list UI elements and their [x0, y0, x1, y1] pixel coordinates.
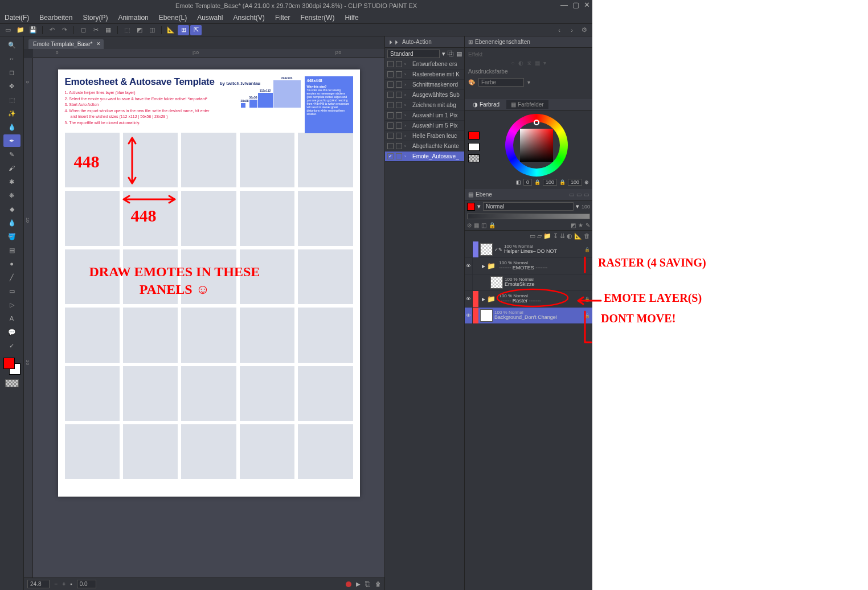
menu-animation[interactable]: Animation	[118, 14, 148, 22]
visibility-toggle[interactable]: 👁	[465, 291, 473, 307]
lock-pixel-icon[interactable]: ▦	[474, 222, 479, 228]
new-raster-icon[interactable]: ▭	[530, 232, 535, 240]
lasso-tool[interactable]: ⬚	[3, 93, 21, 106]
rotation-input[interactable]: 0.0	[77, 580, 96, 588]
transfer-icon[interactable]: ↧	[553, 232, 558, 240]
layers-tab4[interactable]: ▭	[584, 191, 589, 198]
action-box2[interactable]	[396, 122, 402, 129]
action-item[interactable]: ›Helle Fraben leuc	[385, 131, 464, 141]
showsel-button[interactable]: ◫	[146, 25, 158, 35]
trash-icon[interactable]: 🗑	[375, 581, 381, 587]
action-check[interactable]	[387, 102, 394, 108]
color-panel-header[interactable]: ◑ Farbrad ▦ Farbfelder	[465, 99, 592, 110]
layer-color-swatch[interactable]	[467, 203, 475, 211]
action-box2[interactable]	[396, 61, 402, 67]
maximize-button[interactable]: ▢	[572, 1, 579, 9]
menu-edit[interactable]: Bearbeiten	[39, 14, 72, 22]
menu-layer[interactable]: Ebene(L)	[159, 14, 187, 22]
action-check[interactable]	[387, 112, 394, 118]
undo-button[interactable]: ↶	[46, 25, 58, 35]
action-check[interactable]	[387, 143, 394, 149]
transparent-toggle[interactable]	[5, 379, 19, 387]
wand-tool[interactable]: ✨	[3, 107, 21, 120]
layers-tab3[interactable]: ▭	[576, 191, 582, 198]
record-icon[interactable]	[346, 581, 351, 587]
action-item[interactable]: ›Rasterebene mit K	[385, 69, 464, 80]
object-tool[interactable]: ◻	[3, 66, 21, 79]
zoom-slider[interactable]: ▪	[70, 581, 72, 587]
toolbar-next[interactable]: ›	[566, 25, 578, 35]
close-tab-icon[interactable]: ✕	[96, 41, 101, 47]
color-target-icon[interactable]: ⊕	[584, 179, 589, 185]
layer-color-dropdown[interactable]: ▾	[477, 203, 481, 210]
action-check[interactable]	[387, 133, 394, 139]
action-item[interactable]: ›Zeichnen mit abg	[385, 100, 464, 110]
play-icon[interactable]: ▶	[356, 581, 361, 587]
hue-handle[interactable]	[534, 120, 539, 125]
mini-alpha-swatch[interactable]	[468, 154, 480, 162]
fill-button[interactable]: ▦	[103, 25, 114, 35]
new-button[interactable]: ▭	[2, 25, 14, 35]
lock-alpha-icon[interactable]: ◫	[481, 222, 486, 228]
menu-window[interactable]: Fenster(W)	[301, 14, 335, 22]
hsv-toggle[interactable]: ◧	[516, 179, 521, 185]
action-add-icon[interactable]: ⿻	[448, 50, 454, 57]
hand-tool[interactable]: ✥	[3, 80, 21, 92]
zoom-tool[interactable]: 🔍	[3, 39, 21, 51]
color-wheel[interactable]	[505, 114, 568, 177]
pen-tool[interactable]: ✒	[3, 134, 21, 147]
mini-bg-swatch[interactable]	[468, 143, 480, 151]
fill-tool[interactable]: 🪣	[3, 230, 21, 243]
action-check[interactable]	[387, 61, 394, 67]
snap-ruler-button[interactable]: 📐	[165, 25, 177, 35]
ruler-tool[interactable]: ▷	[3, 298, 21, 311]
action-check[interactable]	[387, 92, 394, 98]
color-tab-wheel[interactable]: ◑ Farbrad	[468, 100, 504, 109]
line-tool[interactable]: ╱	[3, 271, 21, 284]
merge-icon[interactable]: ⇊	[560, 232, 565, 240]
border-effect-icon[interactable]: ○	[511, 60, 514, 66]
draft-icon[interactable]: ✎	[586, 222, 590, 228]
layer-props-header[interactable]: ⊞ Ebeneneigenschaften	[465, 36, 592, 48]
action-item[interactable]: ✓›Emote_Autosave_	[385, 151, 464, 162]
balloon-tool[interactable]: 💬	[3, 326, 21, 338]
layers-tab2[interactable]: ▭	[569, 191, 574, 198]
blend-tool[interactable]: 💧	[3, 216, 21, 229]
lock-pos-icon[interactable]: 🔒	[489, 222, 496, 228]
visibility-toggle[interactable]: 👁	[465, 258, 473, 274]
deselect-button[interactable]: ⬚	[121, 25, 133, 35]
clip-icon[interactable]: ◩	[571, 222, 576, 228]
menu-view[interactable]: Ansicht(V)	[234, 14, 265, 22]
fg-color-swatch[interactable]	[3, 358, 15, 369]
action-check[interactable]: ✓	[387, 153, 394, 159]
action-box2[interactable]	[396, 143, 402, 149]
zoom-out-button[interactable]: −	[54, 581, 58, 587]
copy-icon[interactable]: ⿻	[365, 581, 371, 587]
move-tool[interactable]: ↔	[3, 52, 21, 65]
deco-tool[interactable]: ❋	[3, 189, 21, 202]
action-check[interactable]	[387, 71, 394, 77]
minimize-button[interactable]: —	[560, 1, 568, 9]
action-item[interactable]: ›Schnittmaskenord	[385, 80, 464, 90]
text-tool[interactable]: A	[3, 312, 21, 325]
opacity-slider[interactable]	[467, 214, 590, 219]
eyedropper-tool[interactable]: 💧	[3, 121, 21, 133]
action-item[interactable]: ›Entwurfebene ers	[385, 59, 464, 69]
action-item[interactable]: ›Abgeflachte Kante	[385, 141, 464, 151]
new-vector-icon[interactable]: ▱	[537, 232, 542, 240]
blend-mode-select[interactable]: Normal	[483, 202, 574, 211]
action-box2[interactable]	[396, 71, 402, 77]
layer-row[interactable]: 👁100 % NormalBackground_Don't Change!🔒	[465, 308, 592, 324]
action-box2[interactable]	[396, 81, 402, 88]
settings-icon[interactable]: ⚙	[579, 25, 590, 35]
shape-tool[interactable]: ●	[3, 257, 21, 270]
crop-button[interactable]: ✂	[90, 25, 101, 35]
invert-sel-button[interactable]: ◩	[134, 25, 145, 35]
layer-row[interactable]: ✓✎100 % NormalHelper Lines– DO NOT🔒	[465, 241, 592, 258]
action-box2[interactable]	[396, 133, 402, 139]
close-button[interactable]: ✕	[584, 1, 590, 9]
pencil-tool[interactable]: ✎	[3, 148, 21, 161]
action-menu-icon[interactable]: ▾	[442, 50, 445, 58]
expression-select[interactable]: Farbe	[478, 78, 524, 87]
canvas-viewport[interactable]: Emotesheet & Autosave Template by twitch…	[33, 58, 384, 577]
